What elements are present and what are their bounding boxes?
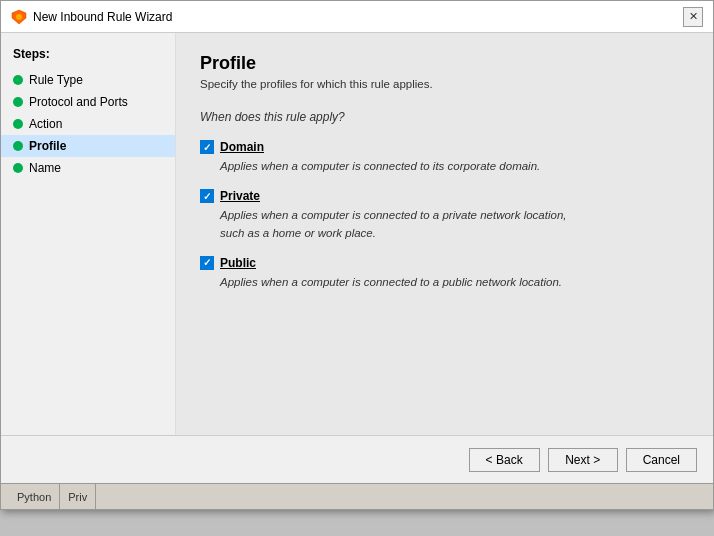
cancel-button[interactable]: Cancel: [626, 448, 697, 472]
private-name: Private: [220, 189, 260, 203]
step-dot-protocol-ports: [13, 97, 23, 107]
footer: < Back Next > Cancel: [1, 435, 713, 483]
back-button[interactable]: < Back: [469, 448, 540, 472]
main-panel: Profile Specify the profiles for which t…: [176, 33, 713, 435]
window-title: New Inbound Rule Wizard: [33, 10, 172, 24]
sidebar-item-profile[interactable]: Profile: [1, 135, 175, 157]
title-bar: New Inbound Rule Wizard ✕: [1, 1, 713, 33]
sidebar-item-rule-type[interactable]: Rule Type: [1, 69, 175, 91]
steps-sidebar: Steps: Rule Type Protocol and Ports Acti…: [1, 33, 176, 435]
close-button[interactable]: ✕: [683, 7, 703, 27]
svg-point-1: [16, 14, 22, 20]
private-option: Private Applies when a computer is conne…: [200, 189, 689, 242]
private-description: Applies when a computer is connected to …: [220, 207, 689, 242]
status-item-python: Python: [9, 484, 60, 509]
main-content: When does this rule apply? Domain Applie…: [200, 104, 689, 415]
sidebar-label-protocol-ports: Protocol and Ports: [29, 95, 128, 109]
domain-name: Domain: [220, 140, 264, 154]
page-header: Profile Specify the profiles for which t…: [200, 53, 689, 90]
page-subtitle: Specify the profiles for which this rule…: [200, 78, 689, 90]
public-description: Applies when a computer is connected to …: [220, 274, 689, 291]
sidebar-label-profile: Profile: [29, 139, 66, 153]
public-option: Public Applies when a computer is connec…: [200, 256, 689, 291]
sidebar-label-rule-type: Rule Type: [29, 73, 83, 87]
sidebar-item-name[interactable]: Name: [1, 157, 175, 179]
wizard-icon: [11, 9, 27, 25]
status-bar: Python Priv: [1, 483, 713, 509]
sidebar-item-action[interactable]: Action: [1, 113, 175, 135]
step-dot-name: [13, 163, 23, 173]
page-title: Profile: [200, 53, 689, 74]
domain-checkbox[interactable]: [200, 140, 214, 154]
status-item-priv: Priv: [60, 484, 96, 509]
question-label: When does this rule apply?: [200, 110, 689, 124]
next-button[interactable]: Next >: [548, 448, 618, 472]
domain-description: Applies when a computer is connected to …: [220, 158, 689, 175]
domain-option: Domain Applies when a computer is connec…: [200, 140, 689, 175]
steps-header: Steps:: [1, 43, 175, 69]
status-python-label: Python: [17, 491, 51, 503]
sidebar-item-protocol-ports[interactable]: Protocol and Ports: [1, 91, 175, 113]
step-dot-profile: [13, 141, 23, 151]
private-checkbox[interactable]: [200, 189, 214, 203]
status-priv-label: Priv: [68, 491, 87, 503]
public-checkbox[interactable]: [200, 256, 214, 270]
sidebar-label-name: Name: [29, 161, 61, 175]
step-dot-action: [13, 119, 23, 129]
step-dot-rule-type: [13, 75, 23, 85]
public-name: Public: [220, 256, 256, 270]
sidebar-label-action: Action: [29, 117, 62, 131]
